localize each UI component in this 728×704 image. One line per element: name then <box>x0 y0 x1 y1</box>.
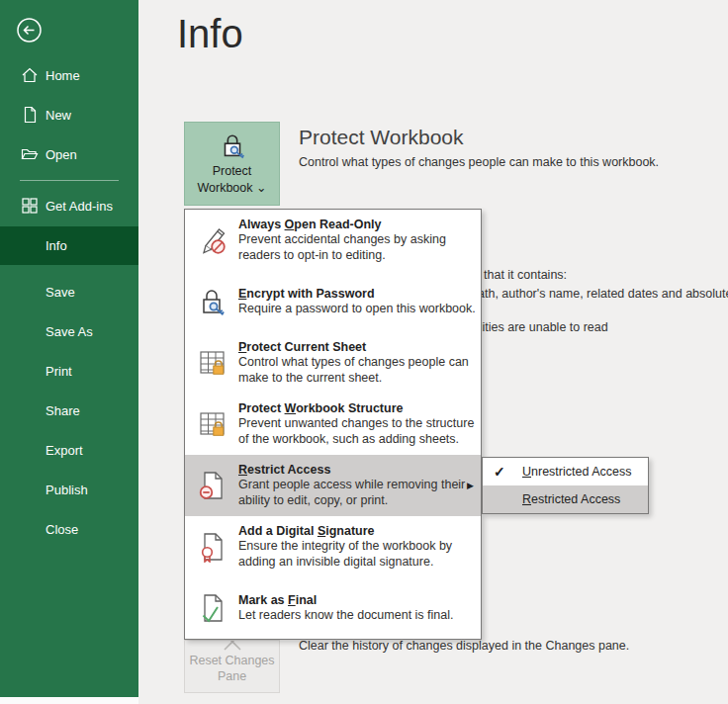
protect-workbook-heading: Protect Workbook <box>299 126 464 149</box>
sidebar-item-label: Save <box>46 285 75 300</box>
restrict-access-submenu: ✓ Unrestricted Access Restricted Access <box>482 457 649 514</box>
sidebar-item-label: Get Add-ins <box>46 199 113 214</box>
menu-item-always-open-read-only[interactable]: Always Open Read-Only Prevent accidental… <box>185 210 481 271</box>
submenu-item-label: Restricted Access <box>522 492 620 506</box>
dropdown-caret-icon: ⌄ <box>256 181 266 195</box>
inspect-workbook-text-fragment: ilities are unable to read <box>477 320 608 334</box>
backstage-sidebar: Home New Open Get Add-ins <box>0 0 138 697</box>
protect-structure-icon <box>197 408 228 440</box>
sidebar-divider <box>20 180 119 181</box>
checkmark-icon: ✓ <box>494 464 505 480</box>
sidebar-item-close[interactable]: Close <box>0 509 138 549</box>
menu-item-title: Always Open Read-Only <box>238 218 479 231</box>
menu-item-description: Ensure the integrity of the workbook by … <box>238 539 479 570</box>
submenu-item-unrestricted-access[interactable]: ✓ Unrestricted Access <box>483 458 648 485</box>
sidebar-item-publish[interactable]: Publish <box>0 470 138 509</box>
read-only-pencil-icon <box>197 224 228 256</box>
sidebar-item-print[interactable]: Print <box>0 351 138 391</box>
changes-pane-description: Clear the history of changes displayed i… <box>299 639 629 653</box>
menu-item-add-digital-signature[interactable]: Add a Digital Signature Ensure the integ… <box>185 516 481 577</box>
menu-item-title: Encrypt with Password <box>238 287 479 301</box>
menu-item-description: Control what types of changes people can… <box>238 355 479 386</box>
sidebar-item-save-as[interactable]: Save As <box>0 311 138 351</box>
menu-item-protect-workbook-structure[interactable]: Protect Workbook Structure Prevent unwan… <box>185 394 481 455</box>
menu-item-title: Protect Workbook Structure <box>238 401 479 415</box>
sidebar-item-export[interactable]: Export <box>0 430 138 470</box>
reset-button-label-line2: Pane <box>218 669 246 683</box>
back-arrow-icon <box>16 17 43 44</box>
menu-item-restrict-access[interactable]: Restrict Access Grant people access whil… <box>185 455 481 516</box>
menu-item-title: Mark as Final <box>238 593 479 607</box>
menu-item-title: Restrict Access <box>238 463 479 477</box>
sidebar-item-label: Close <box>46 522 78 537</box>
excel-backstage-info-view: Home New Open Get Add-ins <box>0 0 728 704</box>
reset-pane-icon <box>221 640 244 654</box>
protect-workbook-dropdown-menu: Always Open Read-Only Prevent accidental… <box>184 209 482 640</box>
submenu-item-restricted-access[interactable]: Restricted Access <box>483 485 648 513</box>
sidebar-item-label: Export <box>46 443 83 458</box>
sidebar-item-get-add-ins[interactable]: Get Add-ins <box>0 186 138 225</box>
sidebar-item-label: Publish <box>46 483 88 497</box>
menu-item-description: Prevent accidental changes by asking rea… <box>238 232 479 263</box>
sidebar-item-label: Print <box>46 364 72 379</box>
reset-changes-pane-button[interactable]: Reset Changes Pane <box>184 640 280 693</box>
sidebar-item-info[interactable]: Info <box>0 226 138 265</box>
window-bottom-edge <box>0 697 138 704</box>
menu-item-description: Require a password to open this workbook… <box>238 302 479 317</box>
sidebar-item-home[interactable]: Home <box>0 55 138 95</box>
menu-item-title: Add a Digital Signature <box>238 524 479 538</box>
protect-workbook-description: Control what types of changes people can… <box>299 155 659 169</box>
inspect-workbook-text-fragment: ath, author's name, related dates and ab… <box>478 287 728 301</box>
sidebar-item-new[interactable]: New <box>0 95 138 134</box>
menu-item-mark-as-final[interactable]: Mark as Final Let readers know the docum… <box>185 577 481 639</box>
menu-item-description: Prevent unwanted changes to the structur… <box>238 416 479 447</box>
sidebar-item-label: Share <box>46 403 80 418</box>
sidebar-item-share[interactable]: Share <box>0 391 138 430</box>
home-icon <box>21 66 39 84</box>
protect-sheet-icon <box>197 347 228 379</box>
sidebar-item-label: Home <box>46 68 80 83</box>
protect-button-label-line1: Protect <box>213 164 252 178</box>
add-ins-grid-icon <box>21 197 39 215</box>
encrypt-lock-icon <box>197 286 228 317</box>
submenu-item-label: Unrestricted Access <box>522 465 631 479</box>
sidebar-item-label: New <box>46 108 71 123</box>
protect-workbook-button[interactable]: Protect Workbook ⌄ <box>184 122 280 206</box>
sidebar-item-label: Open <box>46 147 77 162</box>
sidebar-item-label: Info <box>46 238 67 253</box>
menu-item-protect-current-sheet[interactable]: Protect Current Sheet Control what types… <box>185 332 481 394</box>
protect-button-label-line2: Workbook <box>197 181 252 195</box>
submenu-arrow-icon: ▶ <box>467 481 474 490</box>
open-folder-icon <box>21 145 39 163</box>
menu-item-description: Let readers know the document is final. <box>238 608 479 624</box>
inspect-workbook-text-fragment: that it contains: <box>484 268 567 282</box>
sidebar-item-open[interactable]: Open <box>0 134 138 174</box>
reset-button-label-line1: Reset Changes <box>189 654 274 667</box>
menu-item-encrypt-with-password[interactable]: Encrypt with Password Require a password… <box>185 271 481 332</box>
menu-item-title: Protect Current Sheet <box>238 340 479 354</box>
restrict-access-icon <box>197 470 228 501</box>
back-button[interactable] <box>16 17 43 44</box>
sidebar-item-label: Save As <box>46 324 93 339</box>
menu-item-description: Grant people access while removing their… <box>238 478 479 508</box>
mark-final-icon <box>197 592 228 624</box>
digital-signature-icon <box>197 531 228 563</box>
page-title: Info <box>177 12 243 56</box>
new-document-icon <box>21 106 39 124</box>
sidebar-item-save[interactable]: Save <box>0 272 138 311</box>
lock-key-icon <box>218 132 247 161</box>
